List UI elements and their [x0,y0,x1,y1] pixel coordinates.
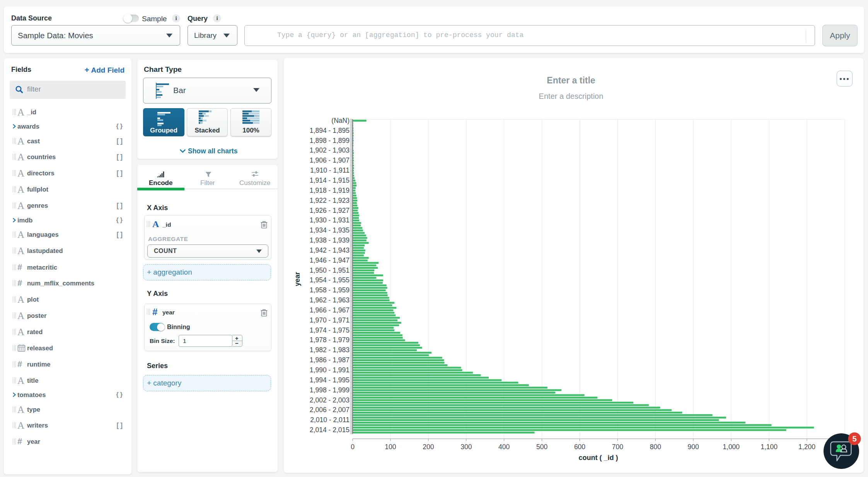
svg-text:5: 5 [852,435,856,443]
svg-text:1,954 - 1,955: 1,954 - 1,955 [310,276,350,284]
svg-text:1,998 - 1,999: 1,998 - 1,999 [310,386,350,394]
svg-text:600: 600 [574,443,585,451]
svg-text:year: year [293,272,301,286]
svg-text:1,906 - 1,907: 1,906 - 1,907 [310,156,350,164]
svg-text:1,946 - 1,947: 1,946 - 1,947 [310,256,350,264]
svg-text:1,950 - 1,951: 1,950 - 1,951 [310,267,350,274]
svg-text:1,914 - 1,915: 1,914 - 1,915 [310,177,350,184]
svg-text:1,994 - 1,995: 1,994 - 1,995 [310,376,350,384]
svg-text:800: 800 [650,443,661,451]
svg-text:1,926 - 1,927: 1,926 - 1,927 [310,207,350,214]
svg-text:1,918 - 1,919: 1,918 - 1,919 [310,187,350,194]
svg-text:100: 100 [385,443,396,451]
svg-text:1,978 - 1,979: 1,978 - 1,979 [310,336,350,344]
svg-text:1,200: 1,200 [798,443,815,451]
svg-text:1,938 - 1,939: 1,938 - 1,939 [310,236,350,244]
svg-text:200: 200 [423,443,434,451]
svg-text:1,000: 1,000 [723,443,740,451]
svg-text:1,990 - 1,991: 1,990 - 1,991 [310,366,350,374]
svg-text:1,942 - 1,943: 1,942 - 1,943 [310,246,350,254]
svg-text:1,970 - 1,971: 1,970 - 1,971 [310,316,350,324]
svg-text:1,922 - 1,923: 1,922 - 1,923 [310,197,350,204]
svg-text:1,974 - 1,975: 1,974 - 1,975 [310,326,350,334]
svg-text:900: 900 [688,443,699,451]
svg-text:1,898 - 1,899: 1,898 - 1,899 [310,137,350,144]
svg-text:1,958 - 1,959: 1,958 - 1,959 [310,286,350,294]
svg-text:400: 400 [498,443,510,451]
svg-text:1,894 - 1,895: 1,894 - 1,895 [310,127,350,134]
svg-text:700: 700 [612,443,623,451]
svg-text:2,014 - 2,015: 2,014 - 2,015 [310,426,350,434]
svg-text:1,966 - 1,967: 1,966 - 1,967 [310,306,350,314]
svg-text:(NaN): (NaN) [331,117,350,124]
svg-text:1,910 - 1,911: 1,910 - 1,911 [310,166,350,174]
svg-text:1,902 - 1,903: 1,902 - 1,903 [310,146,350,154]
svg-text:1,982 - 1,983: 1,982 - 1,983 [310,346,350,354]
svg-text:2,002 - 2,003: 2,002 - 2,003 [310,396,350,404]
svg-text:1,100: 1,100 [761,443,778,451]
svg-text:1,986 - 1,987: 1,986 - 1,987 [310,356,350,364]
svg-text:2,010 - 2,011: 2,010 - 2,011 [310,416,350,424]
svg-text:1,962 - 1,963: 1,962 - 1,963 [310,296,350,304]
svg-text:2,006 - 2,007: 2,006 - 2,007 [310,406,350,414]
svg-text:1,930 - 1,931: 1,930 - 1,931 [310,216,350,224]
svg-text:0: 0 [351,443,355,451]
svg-text:500: 500 [536,443,547,451]
svg-text:1,934 - 1,935: 1,934 - 1,935 [310,226,350,234]
svg-text:count ( _id ): count ( _id ) [579,454,618,462]
svg-text:300: 300 [460,443,472,451]
